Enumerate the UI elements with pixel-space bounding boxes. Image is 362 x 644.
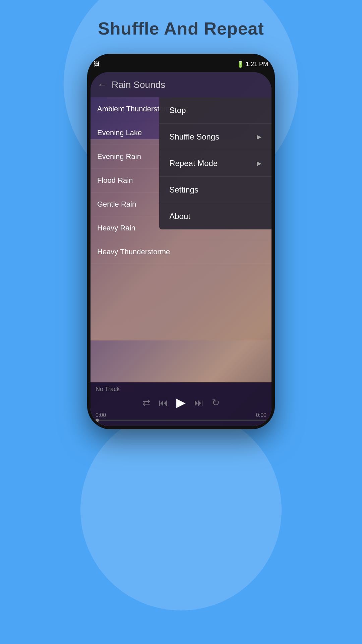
back-button[interactable]: ← — [97, 79, 107, 90]
list-item[interactable]: Heavy Thunderstorme — [90, 240, 272, 264]
next-button[interactable]: ⏭ — [194, 397, 203, 408]
progress-dot — [96, 419, 99, 422]
menu-item-shuffle[interactable]: Shuffle Songs ▶ — [159, 124, 272, 150]
chevron-right-icon: ▶ — [257, 133, 261, 141]
status-bar: 🖼 🔋 1:21 PM — [87, 54, 275, 72]
battery-icon: 🔋 — [237, 61, 244, 68]
menu-item-settings-label: Settings — [169, 185, 198, 195]
menu-item-about-label: About — [169, 212, 190, 221]
play-button[interactable]: ▶ — [176, 395, 186, 410]
time-row: 0:00 0:00 — [96, 412, 266, 418]
repeat-button[interactable]: ↻ — [212, 397, 220, 408]
app-header: ← Rain Sounds — [90, 72, 272, 97]
app-title: Rain Sounds — [112, 79, 165, 90]
chevron-right-icon: ▶ — [257, 160, 261, 167]
menu-item-about[interactable]: About — [159, 203, 272, 229]
dropdown-menu: Stop Shuffle Songs ▶ Repeat Mode ▶ Setti… — [159, 97, 272, 229]
player-bar: No Track ⇄ ⏮ ▶ ⏭ ↻ 0:00 0:00 — [90, 382, 272, 426]
time-display: 1:21 PM — [246, 61, 268, 68]
phone-screen: ← Rain Sounds Ambient Thunderstorme Even… — [90, 72, 272, 426]
player-controls: ⇄ ⏮ ▶ ⏭ ↻ — [96, 395, 266, 410]
time-start: 0:00 — [96, 412, 106, 418]
menu-item-stop-label: Stop — [169, 106, 186, 115]
menu-item-repeat-label: Repeat Mode — [169, 159, 218, 168]
notch — [151, 54, 211, 64]
menu-item-stop[interactable]: Stop — [159, 97, 272, 124]
progress-bar[interactable] — [96, 420, 266, 421]
menu-item-repeat[interactable]: Repeat Mode ▶ — [159, 150, 272, 177]
menu-item-settings[interactable]: Settings — [159, 177, 272, 203]
phone-frame: 🖼 🔋 1:21 PM ← Rain Sounds Ambient Thunde… — [87, 54, 275, 429]
shuffle-button[interactable]: ⇄ — [142, 397, 150, 408]
no-track-label: No Track — [96, 386, 266, 393]
previous-button[interactable]: ⏮ — [159, 397, 168, 408]
status-right: 🔋 1:21 PM — [237, 61, 268, 68]
background-circle-bottom — [80, 409, 282, 610]
time-end: 0:00 — [256, 412, 266, 418]
page-title: Shuffle And Repeat — [0, 18, 362, 39]
status-icons: 🖼 — [94, 61, 100, 68]
menu-item-shuffle-label: Shuffle Songs — [169, 132, 219, 142]
